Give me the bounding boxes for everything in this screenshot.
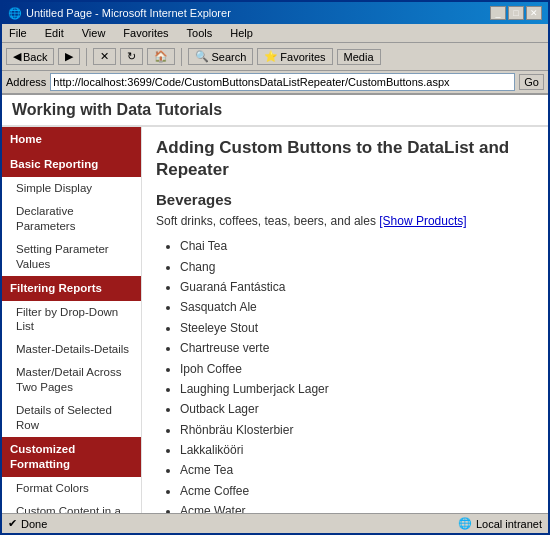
go-button[interactable]: Go: [519, 74, 544, 90]
status-right: 🌐 Local intranet: [458, 517, 542, 530]
list-item: Acme Water: [180, 501, 534, 513]
title-bar-controls[interactable]: _ □ ✕: [490, 6, 542, 20]
favorites-button[interactable]: ⭐ Favorites: [257, 48, 332, 65]
status-text: Done: [21, 518, 47, 530]
sidebar-item-home[interactable]: Home: [2, 127, 141, 152]
toolbar-separator-2: [181, 48, 182, 66]
sidebar-item-master-details[interactable]: Master-Details-Details: [2, 338, 141, 361]
menu-help[interactable]: Help: [227, 26, 256, 40]
back-button[interactable]: ◀ Back: [6, 48, 54, 65]
list-item: Laughing Lumberjack Lager: [180, 379, 534, 399]
sidebar-item-format-colors[interactable]: Format Colors: [2, 477, 141, 500]
sidebar-item-basic-reporting[interactable]: Basic Reporting: [2, 152, 141, 177]
menu-file[interactable]: File: [6, 26, 30, 40]
media-button[interactable]: Media: [337, 49, 381, 65]
main-content: Adding Custom Buttons to the DataList an…: [142, 127, 548, 513]
list-item: Acme Coffee: [180, 481, 534, 501]
title-bar-left: 🌐 Untitled Page - Microsoft Internet Exp…: [8, 7, 231, 20]
menu-favorites[interactable]: Favorites: [120, 26, 171, 40]
sidebar-item-master-detail-across[interactable]: Master/Detail Across Two Pages: [2, 361, 141, 399]
beverages-description: Soft drinks, coffees, teas, beers, and a…: [156, 214, 534, 228]
menu-edit[interactable]: Edit: [42, 26, 67, 40]
status-icon: ✔: [8, 517, 17, 530]
beverages-desc-text: Soft drinks, coffees, teas, beers, and a…: [156, 214, 376, 228]
sidebar-item-simple-display[interactable]: Simple Display: [2, 177, 141, 200]
close-button[interactable]: ✕: [526, 6, 542, 20]
beverages-title: Beverages: [156, 191, 534, 208]
sidebar-item-filter-dropdown[interactable]: Filter by Drop-Down List: [2, 301, 141, 339]
list-item: Rhönbräu Klosterbier: [180, 420, 534, 440]
title-bar: 🌐 Untitled Page - Microsoft Internet Exp…: [2, 2, 548, 24]
list-item: Outback Lager: [180, 399, 534, 419]
toolbar-separator-1: [86, 48, 87, 66]
content-wrapper: Home Basic Reporting Simple Display Decl…: [2, 127, 548, 513]
list-item: Chartreuse verte: [180, 338, 534, 358]
page-header: Working with Data Tutorials: [2, 95, 548, 127]
list-item: Acme Tea: [180, 460, 534, 480]
browser-window: 🌐 Untitled Page - Microsoft Internet Exp…: [0, 0, 550, 535]
intranet-icon: 🌐: [458, 517, 472, 530]
list-item: Chai Tea: [180, 236, 534, 256]
minimize-button[interactable]: _: [490, 6, 506, 20]
sidebar-item-setting-param[interactable]: Setting Parameter Values: [2, 238, 141, 276]
menu-view[interactable]: View: [79, 26, 109, 40]
stop-button[interactable]: ✕: [93, 48, 116, 65]
beverages-show-products-link[interactable]: [Show Products]: [379, 214, 466, 228]
list-item: Lakkalikööri: [180, 440, 534, 460]
page-header-text: Working with Data Tutorials: [12, 101, 222, 118]
menu-tools[interactable]: Tools: [184, 26, 216, 40]
sidebar-item-filtering-reports[interactable]: Filtering Reports: [2, 276, 141, 301]
address-label: Address: [6, 76, 46, 88]
sidebar-item-declarative-params[interactable]: Declarative Parameters: [2, 200, 141, 238]
beverages-product-list: Chai Tea Chang Guaraná Fantástica Sasqua…: [180, 236, 534, 513]
ie-logo-icon: 🌐: [8, 7, 22, 20]
list-item: Chang: [180, 257, 534, 277]
status-zone-text: Local intranet: [476, 518, 542, 530]
maximize-button[interactable]: □: [508, 6, 524, 20]
search-button[interactable]: 🔍 Search: [188, 48, 253, 65]
list-item: Steeleye Stout: [180, 318, 534, 338]
list-item: Ipoh Coffee: [180, 359, 534, 379]
forward-button[interactable]: ▶: [58, 48, 80, 65]
sidebar: Home Basic Reporting Simple Display Decl…: [2, 127, 142, 513]
status-bar: ✔ Done 🌐 Local intranet: [2, 513, 548, 533]
menu-bar: File Edit View Favorites Tools Help: [2, 24, 548, 43]
address-bar: Address Go: [2, 71, 548, 95]
list-item: Sasquatch Ale: [180, 297, 534, 317]
main-title: Adding Custom Buttons to the DataList an…: [156, 137, 534, 181]
sidebar-item-customized-formatting[interactable]: Customized Formatting: [2, 437, 141, 477]
sidebar-item-details-selected[interactable]: Details of Selected Row: [2, 399, 141, 437]
refresh-button[interactable]: ↻: [120, 48, 143, 65]
toolbar: ◀ Back ▶ ✕ ↻ 🏠 🔍 Search ⭐ Favorites Medi…: [2, 43, 548, 71]
sidebar-item-custom-content-gridview[interactable]: Custom Content in a GridView: [2, 500, 141, 513]
status-left: ✔ Done: [8, 517, 47, 530]
list-item: Guaraná Fantástica: [180, 277, 534, 297]
home-button[interactable]: 🏠: [147, 48, 175, 65]
address-input[interactable]: [50, 73, 515, 91]
window-title: Untitled Page - Microsoft Internet Explo…: [26, 7, 231, 19]
